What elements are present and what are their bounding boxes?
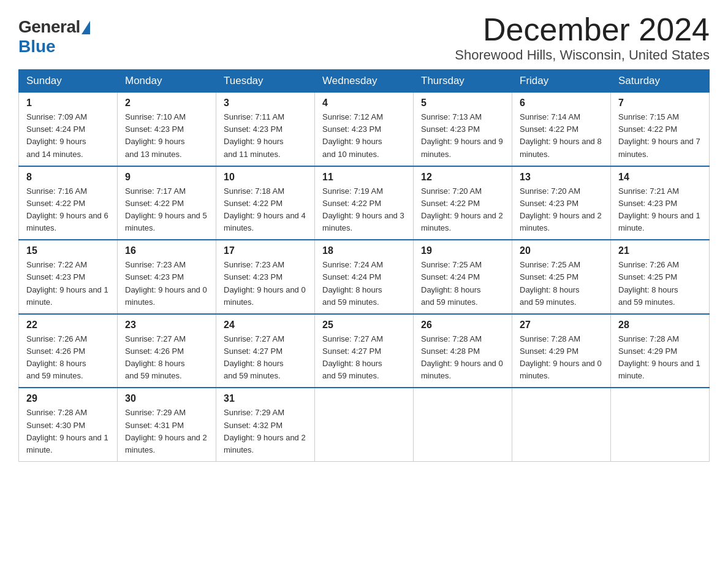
day-info: Sunrise: 7:20 AM Sunset: 4:23 PM Dayligh… — [520, 185, 603, 235]
table-row: 23 Sunrise: 7:27 AM Sunset: 4:26 PM Dayl… — [118, 314, 216, 388]
table-row: 14 Sunrise: 7:21 AM Sunset: 4:23 PM Dayl… — [611, 166, 710, 240]
day-number: 25 — [322, 320, 406, 331]
day-info: Sunrise: 7:12 AM Sunset: 4:23 PM Dayligh… — [322, 111, 406, 161]
day-number: 5 — [421, 98, 504, 109]
day-number: 31 — [224, 393, 307, 404]
day-info: Sunrise: 7:18 AM Sunset: 4:22 PM Dayligh… — [224, 185, 307, 235]
day-info: Sunrise: 7:10 AM Sunset: 4:23 PM Dayligh… — [125, 111, 208, 161]
location-text: Shorewood Hills, Wisconsin, United State… — [455, 47, 710, 63]
logo-blue-text: Blue — [18, 37, 56, 56]
table-row: 25 Sunrise: 7:27 AM Sunset: 4:27 PM Dayl… — [315, 314, 414, 388]
day-info: Sunrise: 7:28 AM Sunset: 4:28 PM Dayligh… — [421, 333, 504, 383]
day-number: 6 — [520, 98, 603, 109]
table-row: 31 Sunrise: 7:29 AM Sunset: 4:32 PM Dayl… — [216, 388, 315, 461]
day-info: Sunrise: 7:24 AM Sunset: 4:24 PM Dayligh… — [322, 259, 406, 308]
calendar-header-row: Sunday Monday Tuesday Wednesday Thursday… — [19, 70, 710, 93]
header-wednesday: Wednesday — [315, 70, 414, 93]
header-monday: Monday — [118, 70, 216, 93]
table-row: 3 Sunrise: 7:11 AM Sunset: 4:23 PM Dayli… — [216, 93, 315, 166]
table-row: 6 Sunrise: 7:14 AM Sunset: 4:22 PM Dayli… — [512, 93, 611, 166]
day-number: 26 — [421, 320, 504, 331]
table-row: 30 Sunrise: 7:29 AM Sunset: 4:31 PM Dayl… — [118, 388, 216, 461]
table-row — [315, 388, 414, 461]
day-number: 2 — [125, 98, 208, 109]
table-row — [414, 388, 512, 461]
month-title: December 2024 — [455, 12, 710, 47]
day-number: 11 — [322, 172, 406, 183]
table-row: 19 Sunrise: 7:25 AM Sunset: 4:24 PM Dayl… — [414, 240, 512, 314]
logo: General Blue — [18, 12, 90, 56]
day-info: Sunrise: 7:09 AM Sunset: 4:24 PM Dayligh… — [26, 111, 110, 161]
day-number: 23 — [125, 320, 208, 331]
table-row: 2 Sunrise: 7:10 AM Sunset: 4:23 PM Dayli… — [118, 93, 216, 166]
day-info: Sunrise: 7:25 AM Sunset: 4:25 PM Dayligh… — [520, 259, 603, 308]
day-number: 17 — [224, 245, 307, 256]
table-row: 24 Sunrise: 7:27 AM Sunset: 4:27 PM Dayl… — [216, 314, 315, 388]
header-saturday: Saturday — [611, 70, 710, 93]
day-number: 15 — [26, 245, 110, 256]
day-number: 30 — [125, 393, 208, 404]
calendar-week-3: 15 Sunrise: 7:22 AM Sunset: 4:23 PM Dayl… — [19, 240, 710, 314]
table-row: 4 Sunrise: 7:12 AM Sunset: 4:23 PM Dayli… — [315, 93, 414, 166]
day-info: Sunrise: 7:20 AM Sunset: 4:22 PM Dayligh… — [421, 185, 504, 235]
day-number: 9 — [125, 172, 208, 183]
day-info: Sunrise: 7:22 AM Sunset: 4:23 PM Dayligh… — [26, 259, 110, 308]
table-row: 21 Sunrise: 7:26 AM Sunset: 4:25 PM Dayl… — [611, 240, 710, 314]
day-number: 4 — [322, 98, 406, 109]
calendar-week-2: 8 Sunrise: 7:16 AM Sunset: 4:22 PM Dayli… — [19, 166, 710, 240]
table-row: 22 Sunrise: 7:26 AM Sunset: 4:26 PM Dayl… — [19, 314, 118, 388]
day-number: 16 — [125, 245, 208, 256]
day-info: Sunrise: 7:29 AM Sunset: 4:31 PM Dayligh… — [125, 407, 208, 456]
day-number: 28 — [618, 320, 702, 331]
header-tuesday: Tuesday — [216, 70, 315, 93]
table-row: 27 Sunrise: 7:28 AM Sunset: 4:29 PM Dayl… — [512, 314, 611, 388]
day-info: Sunrise: 7:28 AM Sunset: 4:30 PM Dayligh… — [26, 407, 110, 456]
header-thursday: Thursday — [414, 70, 512, 93]
calendar-week-4: 22 Sunrise: 7:26 AM Sunset: 4:26 PM Dayl… — [19, 314, 710, 388]
table-row: 16 Sunrise: 7:23 AM Sunset: 4:23 PM Dayl… — [118, 240, 216, 314]
table-row: 1 Sunrise: 7:09 AM Sunset: 4:24 PM Dayli… — [19, 93, 118, 166]
day-number: 18 — [322, 245, 406, 256]
day-info: Sunrise: 7:13 AM Sunset: 4:23 PM Dayligh… — [421, 111, 504, 161]
table-row: 12 Sunrise: 7:20 AM Sunset: 4:22 PM Dayl… — [414, 166, 512, 240]
day-number: 21 — [618, 245, 702, 256]
logo-triangle-icon — [82, 21, 90, 34]
day-info: Sunrise: 7:16 AM Sunset: 4:22 PM Dayligh… — [26, 185, 110, 235]
day-info: Sunrise: 7:28 AM Sunset: 4:29 PM Dayligh… — [618, 333, 702, 383]
table-row: 28 Sunrise: 7:28 AM Sunset: 4:29 PM Dayl… — [611, 314, 710, 388]
day-number: 8 — [26, 172, 110, 183]
day-info: Sunrise: 7:26 AM Sunset: 4:26 PM Dayligh… — [26, 333, 110, 383]
table-row: 10 Sunrise: 7:18 AM Sunset: 4:22 PM Dayl… — [216, 166, 315, 240]
day-number: 3 — [224, 98, 307, 109]
day-number: 27 — [520, 320, 603, 331]
day-info: Sunrise: 7:23 AM Sunset: 4:23 PM Dayligh… — [125, 259, 208, 308]
day-info: Sunrise: 7:25 AM Sunset: 4:24 PM Dayligh… — [421, 259, 504, 308]
day-info: Sunrise: 7:17 AM Sunset: 4:22 PM Dayligh… — [125, 185, 208, 235]
day-info: Sunrise: 7:15 AM Sunset: 4:22 PM Dayligh… — [618, 111, 702, 161]
calendar-week-1: 1 Sunrise: 7:09 AM Sunset: 4:24 PM Dayli… — [19, 93, 710, 166]
day-info: Sunrise: 7:11 AM Sunset: 4:23 PM Dayligh… — [224, 111, 307, 161]
table-row: 11 Sunrise: 7:19 AM Sunset: 4:22 PM Dayl… — [315, 166, 414, 240]
logo-general-text: General — [18, 17, 80, 37]
table-row — [512, 388, 611, 461]
calendar-week-5: 29 Sunrise: 7:28 AM Sunset: 4:30 PM Dayl… — [19, 388, 710, 461]
day-number: 7 — [618, 98, 702, 109]
day-number: 10 — [224, 172, 307, 183]
day-number: 24 — [224, 320, 307, 331]
day-info: Sunrise: 7:27 AM Sunset: 4:26 PM Dayligh… — [125, 333, 208, 383]
table-row: 20 Sunrise: 7:25 AM Sunset: 4:25 PM Dayl… — [512, 240, 611, 314]
header-friday: Friday — [512, 70, 611, 93]
day-info: Sunrise: 7:19 AM Sunset: 4:22 PM Dayligh… — [322, 185, 406, 235]
day-info: Sunrise: 7:27 AM Sunset: 4:27 PM Dayligh… — [224, 333, 307, 383]
day-number: 14 — [618, 172, 702, 183]
day-number: 1 — [26, 98, 110, 109]
day-number: 20 — [520, 245, 603, 256]
day-info: Sunrise: 7:28 AM Sunset: 4:29 PM Dayligh… — [520, 333, 603, 383]
table-row: 9 Sunrise: 7:17 AM Sunset: 4:22 PM Dayli… — [118, 166, 216, 240]
table-row: 7 Sunrise: 7:15 AM Sunset: 4:22 PM Dayli… — [611, 93, 710, 166]
day-number: 13 — [520, 172, 603, 183]
page-header: General Blue December 2024 Shorewood Hil… — [18, 12, 710, 63]
header-sunday: Sunday — [19, 70, 118, 93]
table-row: 5 Sunrise: 7:13 AM Sunset: 4:23 PM Dayli… — [414, 93, 512, 166]
table-row: 13 Sunrise: 7:20 AM Sunset: 4:23 PM Dayl… — [512, 166, 611, 240]
